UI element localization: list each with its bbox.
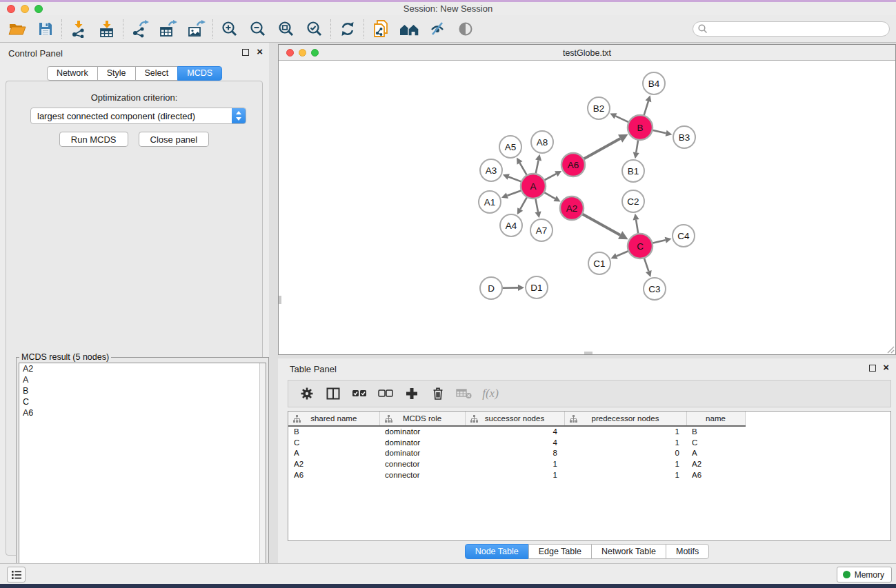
search-field[interactable] bbox=[693, 21, 890, 37]
table-cell[interactable]: B bbox=[686, 426, 745, 437]
table-cell[interactable]: 4 bbox=[465, 426, 564, 437]
export-image-button[interactable] bbox=[182, 17, 210, 41]
graph-node-A6[interactable]: A6 bbox=[561, 153, 585, 176]
import-network-button[interactable] bbox=[64, 17, 92, 41]
graph-edge-C-C2[interactable] bbox=[636, 220, 638, 234]
mcds-result-list[interactable]: A2ABCA6 bbox=[19, 363, 266, 588]
graph-edge-A2-C[interactable] bbox=[582, 214, 620, 235]
graph-edge-A-A4[interactable] bbox=[520, 197, 527, 210]
zoom-selected-button[interactable] bbox=[300, 17, 328, 41]
table-cell[interactable]: dominator bbox=[379, 437, 465, 448]
delete-columns-button[interactable] bbox=[425, 383, 451, 405]
tab-edge-table[interactable]: Edge Table bbox=[528, 544, 592, 559]
ui-settings-button[interactable] bbox=[7, 567, 26, 582]
table-cell[interactable]: 1 bbox=[564, 458, 686, 469]
horizontal-scroll-stub[interactable] bbox=[584, 352, 593, 354]
mcds-result-item[interactable]: C bbox=[19, 396, 266, 407]
table-cell[interactable]: A bbox=[686, 447, 745, 458]
graph-edge-A-A1[interactable] bbox=[507, 190, 521, 196]
graph-node-C2[interactable]: C2 bbox=[622, 190, 644, 212]
table-cell[interactable]: A bbox=[288, 447, 379, 458]
save-session-button[interactable] bbox=[31, 17, 59, 41]
titlebar[interactable]: Session: New Session bbox=[0, 2, 896, 15]
graph-node-A2[interactable]: A2 bbox=[560, 196, 584, 220]
graph-node-A4[interactable]: A4 bbox=[500, 214, 522, 236]
graph-node-B2[interactable]: B2 bbox=[588, 97, 610, 119]
graph-edge-B-B3[interactable] bbox=[653, 130, 666, 133]
tab-mcds[interactable]: MCDS bbox=[177, 66, 222, 81]
table-cell[interactable]: 1 bbox=[564, 437, 686, 448]
column-header-successor-nodes[interactable]: successor nodes bbox=[465, 412, 564, 426]
graph-edge-A-A6[interactable] bbox=[544, 174, 556, 180]
optimization-dropdown[interactable]: largest connected component (directed) bbox=[30, 108, 246, 124]
graph-edge-A-A3[interactable] bbox=[508, 177, 521, 182]
column-header-shared-name[interactable]: shared name bbox=[288, 412, 379, 426]
graph-node-A8[interactable]: A8 bbox=[531, 131, 553, 153]
table-cell[interactable]: C bbox=[288, 437, 379, 448]
table-cell[interactable]: connector bbox=[379, 469, 465, 480]
column-header-predecessor-nodes[interactable]: predecessor nodes bbox=[564, 412, 686, 426]
export-table-button[interactable] bbox=[154, 17, 182, 41]
graph-node-A7[interactable]: A7 bbox=[530, 219, 552, 241]
graph-edge-A-A8[interactable] bbox=[536, 160, 539, 174]
table-cell[interactable]: 0 bbox=[564, 447, 686, 458]
graph-node-C4[interactable]: C4 bbox=[673, 225, 695, 247]
mcds-result-item[interactable]: A2 bbox=[19, 363, 266, 374]
table-cell[interactable]: 1 bbox=[564, 469, 686, 480]
table-cell[interactable]: 1 bbox=[465, 469, 564, 480]
tab-motifs[interactable]: Motifs bbox=[666, 544, 709, 559]
close-table-panel-button[interactable]: × bbox=[883, 361, 889, 374]
toggle-column-view-button[interactable] bbox=[320, 383, 346, 405]
tab-network[interactable]: Network bbox=[47, 66, 98, 81]
graph-node-B4[interactable]: B4 bbox=[643, 72, 665, 94]
graph-edge-A-A2[interactable] bbox=[544, 192, 555, 199]
table-cell[interactable]: A6 bbox=[686, 469, 745, 480]
network-view-window[interactable]: testGlobe.txt B4B2BB3B1A5A8A6A3AA1C2A4A7… bbox=[278, 44, 896, 355]
column-header-MCDS-role[interactable]: MCDS role bbox=[379, 412, 465, 426]
network-canvas[interactable]: B4B2BB3B1A5A8A6A3AA1C2A4A7A2CC4C1C3DD1 bbox=[279, 61, 895, 354]
graph-node-A1[interactable]: A1 bbox=[479, 191, 501, 213]
close-control-panel-button[interactable]: × bbox=[257, 45, 263, 58]
network-window-titlebar[interactable]: testGlobe.txt bbox=[279, 45, 895, 61]
graph-node-D[interactable]: D bbox=[480, 277, 502, 299]
tab-style[interactable]: Style bbox=[97, 66, 136, 81]
refresh-view-button[interactable] bbox=[333, 17, 361, 41]
graph-node-B[interactable]: B bbox=[628, 115, 653, 140]
open-session-button[interactable] bbox=[3, 17, 31, 41]
run-mcds-button[interactable]: Run MCDS bbox=[59, 132, 128, 147]
zoom-in-button[interactable] bbox=[215, 17, 243, 41]
table-cell[interactable]: dominator bbox=[379, 447, 465, 458]
graph-edge-B-B1[interactable] bbox=[636, 140, 638, 153]
import-table-button[interactable] bbox=[92, 17, 121, 41]
graph-edge-C-C3[interactable] bbox=[644, 258, 649, 271]
float-table-panel-button[interactable] bbox=[869, 365, 876, 372]
search-input[interactable] bbox=[708, 23, 889, 35]
result-scrollbar[interactable] bbox=[259, 363, 266, 587]
apply-function-button[interactable]: f(x) bbox=[477, 383, 504, 405]
table-cell[interactable]: C bbox=[686, 437, 745, 448]
float-control-panel-button[interactable] bbox=[242, 49, 249, 56]
table-cell[interactable]: 4 bbox=[465, 437, 564, 448]
delete-table-button[interactable] bbox=[451, 383, 477, 405]
column-header-name[interactable]: name bbox=[686, 412, 745, 426]
deselect-all-rows-button[interactable] bbox=[372, 383, 399, 405]
network-graph[interactable]: B4B2BB3B1A5A8A6A3AA1C2A4A7A2CC4C1C3DD1 bbox=[279, 61, 895, 354]
resize-grip-icon[interactable] bbox=[885, 344, 895, 354]
hide-selected-button[interactable] bbox=[423, 17, 451, 41]
table-cell[interactable]: A2 bbox=[686, 458, 745, 469]
mcds-result-item[interactable]: B bbox=[19, 385, 266, 396]
graph-edge-A6-B[interactable] bbox=[584, 139, 620, 159]
show-graphics-details-button[interactable] bbox=[451, 17, 479, 41]
add-column-button[interactable] bbox=[399, 383, 425, 405]
graph-edge-B-B4[interactable] bbox=[644, 101, 648, 116]
graph-node-C3[interactable]: C3 bbox=[644, 278, 666, 300]
table-cell[interactable]: A6 bbox=[288, 469, 379, 480]
table-cell[interactable]: 8 bbox=[465, 447, 564, 458]
mcds-result-item[interactable]: A6 bbox=[19, 407, 266, 418]
clone-network-button[interactable] bbox=[366, 17, 395, 41]
close-panel-button[interactable]: Close panel bbox=[139, 132, 210, 147]
table-settings-button[interactable] bbox=[294, 383, 320, 405]
table-cell[interactable]: 1 bbox=[564, 426, 686, 437]
graph-edge-C-C1[interactable] bbox=[617, 251, 629, 256]
memory-button[interactable]: Memory bbox=[837, 567, 892, 582]
